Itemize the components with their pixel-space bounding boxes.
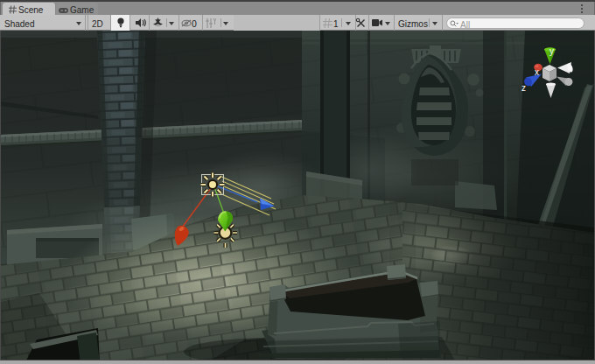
svg-text:x: x	[535, 67, 539, 77]
svg-text:y: y	[550, 46, 554, 56]
svg-text:z: z	[522, 83, 526, 93]
